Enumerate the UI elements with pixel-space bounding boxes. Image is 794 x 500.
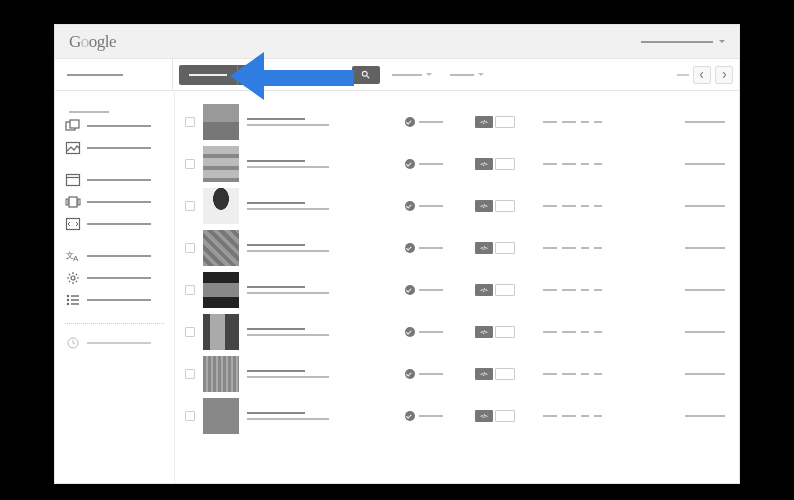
code-chip-icon: </> [475, 368, 493, 380]
row-date [543, 373, 613, 375]
row-date [543, 415, 613, 417]
thumbnail[interactable] [203, 146, 239, 182]
chevron-down-icon [478, 73, 484, 76]
thumbnail[interactable] [203, 104, 239, 140]
check-icon [405, 369, 415, 379]
code-chip-icon: </> [475, 410, 493, 422]
row-name [247, 202, 347, 210]
sidebar-item-languages[interactable]: 文A [65, 247, 164, 265]
search-button[interactable] [352, 66, 380, 84]
row-status [405, 201, 467, 211]
chevron-right-icon [721, 71, 727, 79]
sidebar-item-pages[interactable] [65, 171, 164, 189]
row-checkbox[interactable] [185, 327, 195, 337]
app-window: Google [54, 24, 740, 484]
row-checkbox[interactable] [185, 243, 195, 253]
table-row[interactable]: </> [185, 269, 725, 311]
row-checkbox[interactable] [185, 285, 195, 295]
svg-rect-8 [66, 199, 68, 205]
row-checkbox[interactable] [185, 117, 195, 127]
chevron-down-icon [241, 73, 247, 76]
thumbnail[interactable] [203, 356, 239, 392]
row-status [405, 159, 467, 169]
table-row[interactable]: </> [185, 395, 725, 437]
svg-rect-7 [69, 197, 77, 207]
svg-rect-3 [70, 120, 79, 128]
filter-b[interactable] [444, 66, 490, 84]
row-meta [621, 121, 725, 123]
window-icon [65, 173, 81, 187]
svg-rect-4 [67, 143, 80, 154]
row-date [543, 331, 613, 333]
row-status [405, 327, 467, 337]
sidebar-item-media[interactable] [65, 193, 164, 211]
row-status [405, 411, 467, 421]
svg-line-1 [367, 76, 369, 78]
row-name [247, 244, 347, 252]
row-meta [621, 205, 725, 207]
check-icon [405, 159, 415, 169]
table-row[interactable]: </> [185, 101, 725, 143]
check-icon [405, 411, 415, 421]
table-row[interactable]: </> [185, 185, 725, 227]
page-prev-button[interactable] [693, 66, 711, 84]
row-status [405, 117, 467, 127]
thumbnail[interactable] [203, 314, 239, 350]
table-row[interactable]: </> [185, 353, 725, 395]
account-menu[interactable] [641, 41, 713, 43]
row-date [543, 289, 613, 291]
thumbnail[interactable] [203, 230, 239, 266]
code-chip-icon: </> [475, 284, 493, 296]
row-meta [621, 331, 725, 333]
primary-button-dropdown[interactable] [237, 65, 249, 85]
svg-line-21 [69, 281, 70, 282]
svg-rect-5 [67, 175, 80, 186]
code-chip-icon: </> [475, 200, 493, 212]
thumbnail[interactable] [203, 188, 239, 224]
code-icon [65, 217, 81, 231]
sidebar-item-settings[interactable] [65, 269, 164, 287]
check-icon [405, 201, 415, 211]
chevron-down-icon [719, 40, 725, 43]
sidebar-item-help[interactable] [65, 334, 164, 352]
row-checkbox[interactable] [185, 201, 195, 211]
sidebar-item-posts[interactable] [65, 117, 164, 135]
overlap-icon [65, 119, 81, 133]
list-icon [65, 293, 81, 307]
page-next-button[interactable] [715, 66, 733, 84]
row-meta [621, 373, 725, 375]
table-row[interactable]: </> [185, 143, 725, 185]
sidebar-item-tasks[interactable] [65, 291, 164, 309]
image-icon [65, 141, 81, 155]
primary-button-main[interactable] [179, 65, 237, 85]
row-date [543, 205, 613, 207]
search-icon [361, 70, 370, 79]
svg-line-20 [76, 274, 77, 275]
table-row[interactable]: </> [185, 227, 725, 269]
row-checkbox[interactable] [185, 159, 195, 169]
gear-icon [65, 271, 81, 285]
row-name [247, 286, 347, 294]
thumbnail[interactable] [203, 272, 239, 308]
sidebar-item-snippets[interactable] [65, 215, 164, 233]
section-selector[interactable] [55, 59, 173, 90]
sidebar-heading [69, 111, 109, 113]
svg-text:A: A [73, 254, 79, 263]
thumbnail[interactable] [203, 398, 239, 434]
svg-rect-9 [78, 199, 80, 205]
primary-button[interactable] [179, 65, 249, 85]
row-status [405, 243, 467, 253]
sidebar-item-images[interactable] [65, 139, 164, 157]
svg-line-18 [69, 274, 70, 275]
table-row[interactable]: </> [185, 311, 725, 353]
filter-a[interactable] [386, 66, 438, 84]
page-indicator [677, 74, 689, 76]
svg-point-23 [67, 299, 69, 301]
svg-line-30 [73, 343, 75, 344]
row-status [405, 285, 467, 295]
clock-icon [65, 336, 81, 350]
row-status [405, 369, 467, 379]
row-checkbox[interactable] [185, 369, 195, 379]
row-type: </> [475, 368, 535, 380]
row-checkbox[interactable] [185, 411, 195, 421]
